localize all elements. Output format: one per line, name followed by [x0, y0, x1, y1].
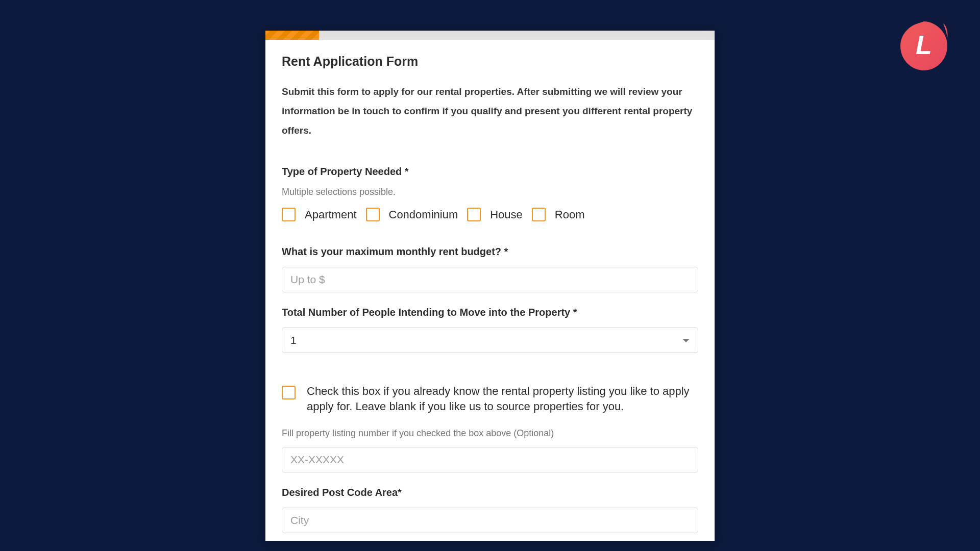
form-panel: Rent Application Form Submit this form t…	[265, 31, 715, 541]
checkbox-apartment[interactable]	[282, 208, 296, 221]
budget-label: What is your maximum monthly rent budget…	[282, 246, 698, 258]
property-option-room: Room	[532, 208, 585, 221]
checkbox-label-house: House	[490, 208, 523, 221]
property-option-apartment: Apartment	[282, 208, 357, 221]
people-count-value: 1	[290, 334, 297, 346]
checkbox-label-room: Room	[555, 208, 585, 221]
progress-bar	[265, 31, 715, 40]
budget-input[interactable]	[282, 267, 698, 292]
property-option-house: House	[467, 208, 523, 221]
people-count-label: Total Number of People Intending to Move…	[282, 307, 698, 318]
property-type-label: Type of Property Needed *	[282, 166, 698, 178]
property-type-helper: Multiple selections possible.	[282, 187, 698, 197]
progress-fill	[265, 31, 319, 40]
checkbox-known-listing[interactable]	[282, 386, 296, 399]
form-content: Rent Application Form Submit this form t…	[265, 40, 715, 541]
property-option-condominium: Condominium	[366, 208, 458, 221]
brand-logo: L	[898, 20, 949, 71]
checkbox-house[interactable]	[467, 208, 481, 221]
property-type-options: Apartment Condominium House Room	[282, 208, 698, 221]
known-listing-label: Check this box if you already know the r…	[307, 384, 698, 414]
checkbox-label-apartment: Apartment	[305, 208, 357, 221]
checkbox-room[interactable]	[532, 208, 546, 221]
svg-text:L: L	[916, 30, 932, 60]
listing-number-label: Fill property listing number if you chec…	[282, 428, 698, 439]
checkbox-label-condominium: Condominium	[389, 208, 458, 221]
known-listing-row: Check this box if you already know the r…	[282, 384, 698, 414]
postcode-input[interactable]	[282, 508, 698, 533]
listing-number-input[interactable]	[282, 447, 698, 472]
form-subtitle: Submit this form to apply for our rental…	[282, 82, 698, 140]
checkbox-condominium[interactable]	[366, 208, 380, 221]
people-count-select[interactable]: 1	[282, 328, 698, 353]
postcode-label: Desired Post Code Area*	[282, 487, 698, 498]
chevron-down-icon	[682, 339, 690, 342]
form-title: Rent Application Form	[282, 54, 698, 69]
